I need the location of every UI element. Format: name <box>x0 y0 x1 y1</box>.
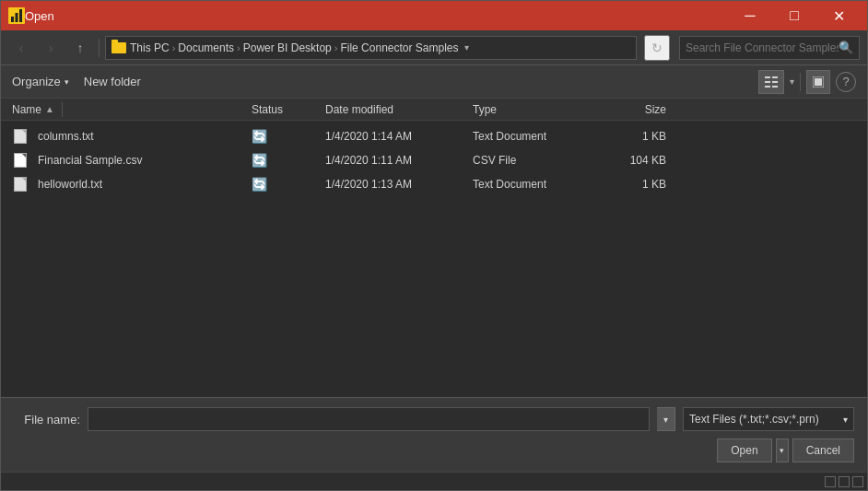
file-size: 104 KB <box>592 154 666 167</box>
refresh-button[interactable]: ↻ <box>644 35 670 61</box>
file-icon <box>12 152 29 169</box>
forward-button[interactable]: › <box>38 35 64 61</box>
breadcrumb-label: File Connector Samples <box>340 41 458 54</box>
table-row[interactable]: helloworld.txt 🔄 1/4/2020 1:13 AM Text D… <box>1 172 867 196</box>
filename-dropdown[interactable]: ▾ <box>657 407 675 431</box>
status-bar <box>1 472 867 490</box>
svg-rect-8 <box>765 86 770 88</box>
status-dot-3[interactable] <box>852 476 863 487</box>
breadcrumb-label: This PC <box>130 41 170 54</box>
breadcrumb-item-powerbi[interactable]: Power BI Desktop <box>243 41 332 54</box>
file-icon <box>12 128 29 145</box>
open-split-button[interactable]: ▾ <box>776 438 789 462</box>
file-size: 1 KB <box>592 178 666 191</box>
view-dropdown-arrow[interactable]: ▾ <box>790 76 794 87</box>
filename-input[interactable] <box>88 407 650 431</box>
file-name-col: helloworld.txt <box>12 176 252 193</box>
svg-rect-3 <box>19 9 22 22</box>
svg-rect-5 <box>772 76 778 78</box>
sort-arrow: ▲ <box>45 104 54 114</box>
col-header-size[interactable]: Size <box>592 103 666 116</box>
nav-separator <box>99 39 100 57</box>
file-list: columns.txt 🔄 1/4/2020 1:14 AM Text Docu… <box>1 121 867 397</box>
svg-rect-4 <box>765 76 770 78</box>
help-icon: ? <box>842 75 849 88</box>
breadcrumb-label: Documents <box>178 41 234 54</box>
dialog-title: Open <box>25 9 729 23</box>
col-header-status[interactable]: Status <box>252 103 325 116</box>
status-dots <box>825 476 863 487</box>
preview-icon <box>813 76 824 88</box>
file-icon <box>12 176 29 193</box>
app-icon <box>8 7 25 24</box>
navigation-bar: ‹ › ↑ This PC › Documents › Power BI Des… <box>1 30 867 65</box>
filetype-select[interactable]: Text Files (*.txt;*.csv;*.prn) ▾ <box>683 407 854 431</box>
back-button[interactable]: ‹ <box>8 35 34 61</box>
new-folder-button[interactable]: New folder <box>84 75 141 88</box>
col-divider-1 <box>62 102 63 117</box>
sync-icon: 🔄 <box>252 153 267 168</box>
file-name-col: columns.txt <box>12 128 252 145</box>
file-status: 🔄 <box>252 153 325 168</box>
search-box: 🔍 <box>679 36 860 60</box>
file-type: Text Document <box>473 178 592 191</box>
txt-icon <box>14 129 27 144</box>
up-button[interactable]: ↑ <box>67 35 93 61</box>
organize-label: Organize <box>12 75 61 88</box>
col-header-name[interactable]: Name ▲ <box>12 102 252 117</box>
file-name: columns.txt <box>38 130 277 143</box>
svg-rect-11 <box>815 78 822 86</box>
breadcrumb-sep-3: › <box>334 42 338 53</box>
cancel-button[interactable]: Cancel <box>792 438 854 462</box>
file-date: 1/4/2020 1:13 AM <box>325 178 473 191</box>
breadcrumb-item-documents[interactable]: Documents <box>178 41 234 54</box>
svg-rect-7 <box>772 81 778 83</box>
preview-button[interactable] <box>806 70 830 94</box>
organize-button[interactable]: Organize ▾ <box>12 75 69 88</box>
csv-icon <box>14 153 27 168</box>
status-dot-1[interactable] <box>825 476 836 487</box>
col-header-type[interactable]: Type <box>473 103 592 116</box>
new-folder-label: New folder <box>84 75 141 88</box>
file-type: Text Document <box>473 130 592 143</box>
col-header-date[interactable]: Date modified <box>325 103 473 116</box>
organize-dropdown-icon: ▾ <box>65 77 69 87</box>
close-button[interactable]: ✕ <box>817 1 860 30</box>
breadcrumb-bar[interactable]: This PC › Documents › Power BI Desktop ›… <box>105 36 637 60</box>
title-bar: Open ─ □ ✕ <box>1 1 867 30</box>
buttons-row: Open ▾ Cancel <box>14 438 854 462</box>
view-button[interactable] <box>758 70 784 94</box>
sync-icon: 🔄 <box>252 177 267 192</box>
help-button[interactable]: ? <box>836 72 856 92</box>
file-name-col: Financial Sample.csv <box>12 152 252 169</box>
breadcrumb-item-thispc[interactable]: This PC <box>130 41 170 54</box>
bottom-area: File name: ▾ Text Files (*.txt;*.csv;*.p… <box>1 397 867 472</box>
column-headers: Name ▲ Status Date modified Type Size <box>1 99 867 121</box>
table-row[interactable]: columns.txt 🔄 1/4/2020 1:14 AM Text Docu… <box>1 124 867 148</box>
toolbar: Organize ▾ New folder ▾ <box>1 65 867 99</box>
file-date: 1/4/2020 1:14 AM <box>325 130 473 143</box>
breadcrumb-dropdown[interactable]: ▾ <box>459 36 475 60</box>
file-status: 🔄 <box>252 129 325 144</box>
window-controls: ─ □ ✕ <box>729 1 860 30</box>
maximize-button[interactable]: □ <box>773 1 815 30</box>
table-row[interactable]: Financial Sample.csv 🔄 1/4/2020 1:11 AM … <box>1 148 867 172</box>
svg-rect-2 <box>16 13 18 22</box>
search-icon[interactable]: 🔍 <box>839 41 853 54</box>
toolbar-sep-2 <box>800 73 801 91</box>
minimize-button[interactable]: ─ <box>729 1 771 30</box>
status-dot-2[interactable] <box>839 476 850 487</box>
search-input[interactable] <box>686 41 839 54</box>
svg-rect-9 <box>772 86 778 88</box>
filename-row: File name: ▾ Text Files (*.txt;*.csv;*.p… <box>14 407 854 431</box>
svg-rect-1 <box>11 17 14 22</box>
breadcrumb-sep-2: › <box>237 42 240 53</box>
open-dialog: Open ─ □ ✕ ‹ › ↑ This PC › Documents › P… <box>0 0 868 491</box>
file-name: Financial Sample.csv <box>38 154 277 167</box>
file-area: Name ▲ Status Date modified Type Size <box>1 99 867 397</box>
file-size: 1 KB <box>592 130 666 143</box>
breadcrumb-label: Power BI Desktop <box>243 41 332 54</box>
view-icon <box>765 76 778 88</box>
open-button[interactable]: Open <box>717 438 771 462</box>
breadcrumb-item-samples[interactable]: File Connector Samples <box>340 41 458 54</box>
